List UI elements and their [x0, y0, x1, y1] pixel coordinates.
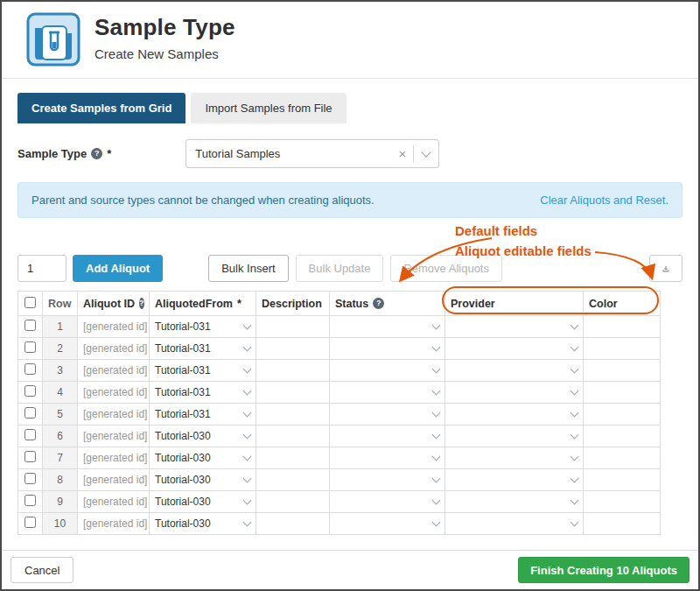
- table-row: 3 [generated id] Tutorial-031: [18, 360, 661, 382]
- chevron-down-icon: [432, 320, 441, 329]
- chevron-down-icon: [570, 386, 579, 395]
- finish-button[interactable]: Finish Creating 10 Aliquots: [518, 557, 690, 583]
- description-cell[interactable]: [256, 469, 330, 491]
- description-cell[interactable]: [256, 491, 330, 513]
- aliquot-id-cell: [generated id]: [78, 491, 150, 513]
- table-row: 1 [generated id] Tutorial-031: [18, 316, 661, 338]
- color-cell[interactable]: [584, 447, 661, 469]
- sample-type-value: Tutorial Samples: [195, 147, 391, 160]
- status-select[interactable]: [330, 469, 445, 491]
- description-cell[interactable]: [256, 382, 330, 404]
- aliquoted-from-select[interactable]: Tutorial-031: [150, 338, 256, 360]
- color-cell[interactable]: [584, 338, 661, 360]
- table-row: 4 [generated id] Tutorial-031: [18, 382, 661, 404]
- chevron-down-icon: [243, 430, 252, 439]
- chevron-down-icon: [432, 408, 441, 417]
- sample-type-select[interactable]: Tutorial Samples ×: [186, 139, 439, 168]
- status-select[interactable]: [330, 382, 445, 404]
- description-cell[interactable]: [256, 338, 330, 360]
- add-aliquot-button[interactable]: Add Aliquot: [73, 255, 163, 282]
- aliquoted-from-select[interactable]: Tutorial-030: [150, 447, 256, 469]
- help-icon[interactable]: ?: [373, 298, 384, 309]
- clear-aliquots-link[interactable]: Clear Aliquots and Reset.: [540, 193, 668, 207]
- chevron-down-icon: [243, 452, 252, 461]
- provider-select[interactable]: [445, 338, 584, 360]
- tab-create-samples-from-grid[interactable]: Create Samples from Grid: [18, 93, 186, 123]
- row-checkbox[interactable]: [24, 473, 36, 484]
- provider-select[interactable]: [445, 316, 584, 338]
- provider-select[interactable]: [445, 382, 584, 404]
- aliquoted-from-select[interactable]: Tutorial-030: [150, 513, 256, 535]
- aliquoted-from-select[interactable]: Tutorial-031: [150, 404, 256, 426]
- aliquoted-from-select[interactable]: Tutorial-031: [150, 360, 256, 382]
- sample-type-label-text: Sample Type: [18, 147, 87, 160]
- aliquoted-from-select[interactable]: Tutorial-030: [150, 491, 256, 513]
- row-checkbox[interactable]: [24, 451, 36, 462]
- tab-import-samples-from-file[interactable]: Import Samples from File: [191, 93, 346, 123]
- color-cell[interactable]: [584, 513, 661, 535]
- chevron-down-icon: [570, 474, 579, 482]
- cancel-button[interactable]: Cancel: [10, 557, 74, 583]
- row-number: 10: [43, 513, 78, 535]
- select-all-checkbox[interactable]: [24, 297, 36, 308]
- color-cell[interactable]: [584, 469, 661, 491]
- row-checkbox[interactable]: [24, 363, 36, 375]
- row-checkbox[interactable]: [24, 320, 36, 331]
- provider-select[interactable]: [445, 426, 584, 447]
- status-select[interactable]: [330, 316, 445, 338]
- color-cell[interactable]: [584, 491, 661, 513]
- help-icon[interactable]: ?: [91, 148, 102, 159]
- row-checkbox[interactable]: [24, 407, 36, 419]
- row-checkbox[interactable]: [24, 385, 36, 397]
- color-cell[interactable]: [584, 404, 661, 426]
- col-description: Description: [256, 292, 330, 316]
- description-cell[interactable]: [256, 404, 330, 426]
- aliquoted-from-value: Tutorial-030: [155, 452, 211, 464]
- provider-select[interactable]: [445, 447, 584, 469]
- bulk-update-button: Bulk Update: [296, 255, 384, 282]
- row-checkbox[interactable]: [24, 341, 36, 353]
- required-marker: *: [237, 298, 242, 310]
- aliquoted-from-select[interactable]: Tutorial-030: [150, 469, 256, 491]
- aliquoted-from-select[interactable]: Tutorial-031: [150, 382, 256, 404]
- chevron-down-icon: [432, 430, 441, 439]
- provider-select[interactable]: [445, 513, 584, 535]
- description-cell[interactable]: [256, 316, 330, 338]
- chevron-down-icon[interactable]: [422, 147, 431, 157]
- table-row: 8 [generated id] Tutorial-030: [18, 469, 661, 491]
- status-select[interactable]: [330, 338, 445, 360]
- aliquoted-from-value: Tutorial-030: [155, 496, 211, 508]
- status-select[interactable]: [330, 491, 445, 513]
- description-cell[interactable]: [256, 426, 330, 447]
- clear-icon[interactable]: ×: [392, 146, 414, 161]
- tab-bar: Create Samples from Grid Import Samples …: [18, 93, 698, 123]
- description-cell[interactable]: [256, 360, 330, 382]
- row-checkbox[interactable]: [24, 495, 36, 506]
- color-cell[interactable]: [584, 360, 661, 382]
- aliquoted-from-value: Tutorial-031: [155, 408, 211, 420]
- bulk-insert-button[interactable]: Bulk Insert: [208, 255, 288, 282]
- table-row: 9 [generated id] Tutorial-030: [18, 491, 661, 513]
- description-cell[interactable]: [256, 447, 330, 469]
- status-select[interactable]: [330, 360, 445, 382]
- provider-select[interactable]: [445, 404, 584, 426]
- aliquoted-from-select[interactable]: Tutorial-030: [150, 426, 256, 447]
- status-select[interactable]: [330, 447, 445, 469]
- provider-select[interactable]: [445, 360, 584, 382]
- color-cell[interactable]: [584, 316, 661, 338]
- help-icon[interactable]: ?: [139, 298, 144, 309]
- aliquot-count-input[interactable]: [18, 255, 66, 282]
- color-cell[interactable]: [584, 426, 661, 447]
- status-select[interactable]: [330, 404, 445, 426]
- status-select[interactable]: [330, 513, 445, 535]
- status-select[interactable]: [330, 426, 445, 447]
- description-cell[interactable]: [256, 513, 330, 535]
- aliquot-id-cell: [generated id]: [78, 360, 150, 382]
- row-checkbox[interactable]: [24, 429, 36, 440]
- aliquoted-from-select[interactable]: Tutorial-031: [150, 316, 256, 338]
- row-checkbox[interactable]: [24, 517, 36, 528]
- provider-select[interactable]: [445, 469, 584, 491]
- export-button[interactable]: [649, 255, 682, 282]
- color-cell[interactable]: [584, 382, 661, 404]
- provider-select[interactable]: [445, 491, 584, 513]
